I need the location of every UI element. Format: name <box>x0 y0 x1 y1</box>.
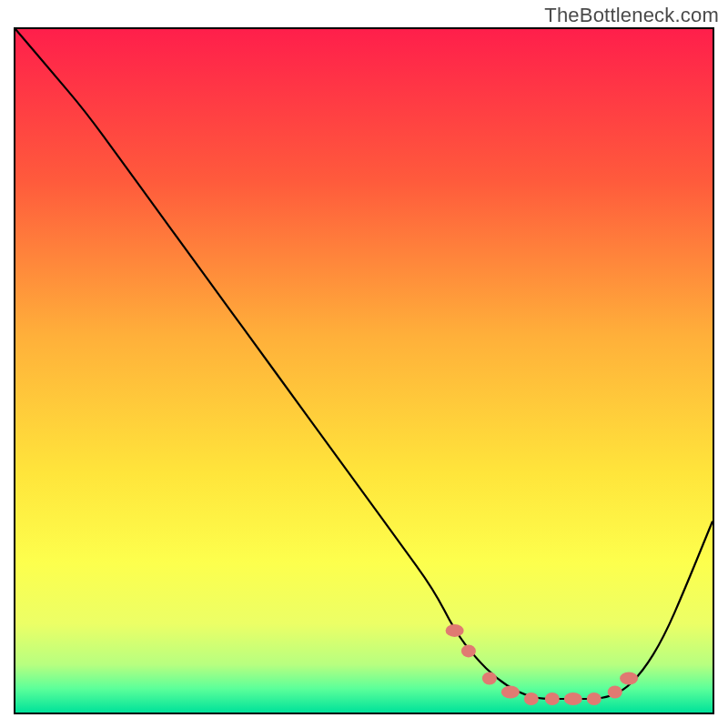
curve-layer <box>15 29 713 713</box>
highlight-marker <box>524 693 539 705</box>
highlight-marker-group <box>446 624 639 705</box>
highlight-marker <box>482 672 497 684</box>
chart-frame: TheBottleneck.com <box>0 0 728 728</box>
highlight-marker <box>501 685 520 698</box>
highlight-marker <box>608 685 622 698</box>
attribution-text: TheBottleneck.com <box>544 4 719 27</box>
highlight-marker <box>587 693 602 705</box>
highlight-marker <box>620 672 638 684</box>
highlight-marker <box>461 644 476 657</box>
highlight-marker <box>564 693 582 705</box>
highlight-marker <box>545 693 560 705</box>
plot-area <box>14 27 714 714</box>
bottleneck-curve <box>15 29 713 699</box>
plot-inner <box>15 29 713 713</box>
highlight-marker <box>446 624 464 637</box>
